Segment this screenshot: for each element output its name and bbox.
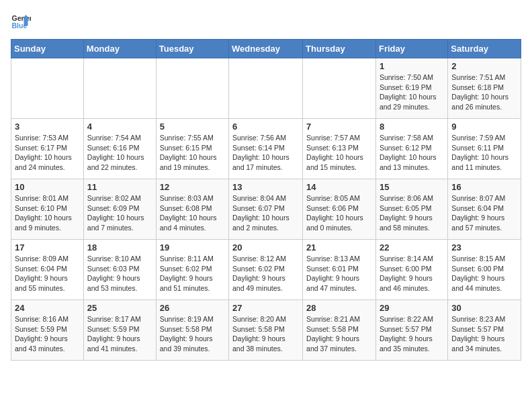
week-row-1: 3Sunrise: 7:53 AMSunset: 6:17 PMDaylight… [11,119,521,179]
day-info: Sunrise: 8:10 AMSunset: 6:03 PMDaylight:… [87,254,152,293]
day-cell: 6Sunrise: 7:56 AMSunset: 6:14 PMDaylight… [229,119,303,179]
day-number: 6 [232,122,299,132]
day-number: 9 [451,122,517,132]
day-info: Sunrise: 7:57 AMSunset: 6:13 PMDaylight:… [306,133,372,173]
day-info: Sunrise: 7:51 AMSunset: 6:18 PMDaylight:… [451,73,517,112]
header-saturday: Saturday [448,40,521,58]
day-info: Sunrise: 8:12 AMSunset: 6:02 PMDaylight:… [232,254,299,293]
day-number: 24 [15,303,80,313]
header-thursday: Thursday [303,40,376,58]
header-monday: Monday [83,40,156,58]
day-info: Sunrise: 8:20 AMSunset: 5:58 PMDaylight:… [232,314,299,354]
day-cell [303,58,376,119]
week-row-0: 1Sunrise: 7:50 AMSunset: 6:19 PMDaylight… [11,58,521,119]
day-number: 4 [87,122,152,132]
header-row: SundayMondayTuesdayWednesdayThursdayFrid… [11,40,521,58]
calendar-body: 1Sunrise: 7:50 AMSunset: 6:19 PMDaylight… [11,58,521,361]
day-cell: 8Sunrise: 7:58 AMSunset: 6:12 PMDaylight… [375,119,447,179]
day-cell: 2Sunrise: 7:51 AMSunset: 6:18 PMDaylight… [448,58,521,119]
day-info: Sunrise: 8:03 AMSunset: 6:08 PMDaylight:… [160,193,225,233]
day-number: 5 [160,122,225,132]
day-number: 15 [380,182,444,192]
day-info: Sunrise: 8:11 AMSunset: 6:02 PMDaylight:… [160,254,225,293]
day-number: 12 [160,182,225,192]
day-info: Sunrise: 8:04 AMSunset: 6:07 PMDaylight:… [232,193,299,233]
day-number: 21 [306,242,372,253]
day-info: Sunrise: 7:56 AMSunset: 6:14 PMDaylight:… [232,133,299,173]
day-cell [156,58,228,119]
day-number: 25 [87,303,152,313]
day-cell: 23Sunrise: 8:15 AMSunset: 6:00 PMDayligh… [448,240,521,300]
day-info: Sunrise: 8:14 AMSunset: 6:00 PMDaylight:… [380,254,444,293]
day-number: 16 [451,182,517,192]
day-number: 17 [15,242,80,253]
day-cell: 22Sunrise: 8:14 AMSunset: 6:00 PMDayligh… [375,240,447,300]
day-cell [229,58,303,119]
calendar-table: SundayMondayTuesdayWednesdayThursdayFrid… [11,39,521,361]
day-number: 11 [87,182,152,192]
day-info: Sunrise: 8:17 AMSunset: 5:59 PMDaylight:… [87,314,152,354]
day-info: Sunrise: 7:55 AMSunset: 6:15 PMDaylight:… [160,133,225,173]
day-number: 27 [232,303,299,313]
day-number: 13 [232,182,299,192]
day-number: 10 [15,182,80,192]
day-info: Sunrise: 8:09 AMSunset: 6:04 PMDaylight:… [15,254,80,293]
day-cell [11,58,84,119]
day-cell: 12Sunrise: 8:03 AMSunset: 6:08 PMDayligh… [156,179,228,240]
day-info: Sunrise: 8:07 AMSunset: 6:04 PMDaylight:… [451,193,517,233]
header-wednesday: Wednesday [229,40,303,58]
day-cell: 13Sunrise: 8:04 AMSunset: 6:07 PMDayligh… [229,179,303,240]
day-cell: 17Sunrise: 8:09 AMSunset: 6:04 PMDayligh… [11,240,84,300]
day-info: Sunrise: 7:50 AMSunset: 6:19 PMDaylight:… [380,73,444,112]
day-number: 19 [160,242,225,253]
day-number: 3 [15,122,80,132]
header-sunday: Sunday [11,40,84,58]
day-number: 20 [232,242,299,253]
logo: General Blue [11,11,31,31]
day-number: 29 [380,303,444,313]
day-info: Sunrise: 8:21 AMSunset: 5:58 PMDaylight:… [306,314,372,354]
day-cell: 19Sunrise: 8:11 AMSunset: 6:02 PMDayligh… [156,240,228,300]
day-info: Sunrise: 8:02 AMSunset: 6:09 PMDaylight:… [87,193,152,233]
day-cell: 3Sunrise: 7:53 AMSunset: 6:17 PMDaylight… [11,119,84,179]
day-cell: 5Sunrise: 7:55 AMSunset: 6:15 PMDaylight… [156,119,228,179]
day-number: 1 [380,61,444,71]
day-cell: 28Sunrise: 8:21 AMSunset: 5:58 PMDayligh… [303,300,376,361]
day-number: 2 [451,61,517,71]
day-info: Sunrise: 8:05 AMSunset: 6:06 PMDaylight:… [306,193,372,233]
day-number: 23 [451,242,517,253]
day-cell: 16Sunrise: 8:07 AMSunset: 6:04 PMDayligh… [448,179,521,240]
day-info: Sunrise: 7:59 AMSunset: 6:11 PMDaylight:… [451,133,517,173]
day-number: 14 [306,182,372,192]
day-cell: 18Sunrise: 8:10 AMSunset: 6:03 PMDayligh… [83,240,156,300]
day-number: 30 [451,303,517,313]
day-cell: 4Sunrise: 7:54 AMSunset: 6:16 PMDaylight… [83,119,156,179]
day-info: Sunrise: 7:54 AMSunset: 6:16 PMDaylight:… [87,133,152,173]
day-number: 8 [380,122,444,132]
day-cell: 30Sunrise: 8:23 AMSunset: 5:57 PMDayligh… [448,300,521,361]
day-cell: 1Sunrise: 7:50 AMSunset: 6:19 PMDaylight… [375,58,447,119]
day-cell: 21Sunrise: 8:13 AMSunset: 6:01 PMDayligh… [303,240,376,300]
day-cell: 7Sunrise: 7:57 AMSunset: 6:13 PMDaylight… [303,119,376,179]
logo-icon: General Blue [11,11,31,31]
day-cell: 26Sunrise: 8:19 AMSunset: 5:58 PMDayligh… [156,300,228,361]
day-info: Sunrise: 8:22 AMSunset: 5:57 PMDaylight:… [380,314,444,354]
day-info: Sunrise: 8:13 AMSunset: 6:01 PMDaylight:… [306,254,372,293]
day-cell: 20Sunrise: 8:12 AMSunset: 6:02 PMDayligh… [229,240,303,300]
day-number: 28 [306,303,372,313]
day-cell: 15Sunrise: 8:06 AMSunset: 6:05 PMDayligh… [375,179,447,240]
day-cell: 24Sunrise: 8:16 AMSunset: 5:59 PMDayligh… [11,300,84,361]
day-number: 26 [160,303,225,313]
day-info: Sunrise: 8:01 AMSunset: 6:10 PMDaylight:… [15,193,80,233]
day-cell: 25Sunrise: 8:17 AMSunset: 5:59 PMDayligh… [83,300,156,361]
day-cell: 9Sunrise: 7:59 AMSunset: 6:11 PMDaylight… [448,119,521,179]
day-info: Sunrise: 8:19 AMSunset: 5:58 PMDaylight:… [160,314,225,354]
day-number: 18 [87,242,152,253]
day-cell: 29Sunrise: 8:22 AMSunset: 5:57 PMDayligh… [375,300,447,361]
day-info: Sunrise: 7:58 AMSunset: 6:12 PMDaylight:… [380,133,444,173]
day-info: Sunrise: 8:16 AMSunset: 5:59 PMDaylight:… [15,314,80,354]
day-number: 22 [380,242,444,253]
header: General Blue [11,11,521,31]
day-info: Sunrise: 8:23 AMSunset: 5:57 PMDaylight:… [451,314,517,354]
header-friday: Friday [375,40,447,58]
